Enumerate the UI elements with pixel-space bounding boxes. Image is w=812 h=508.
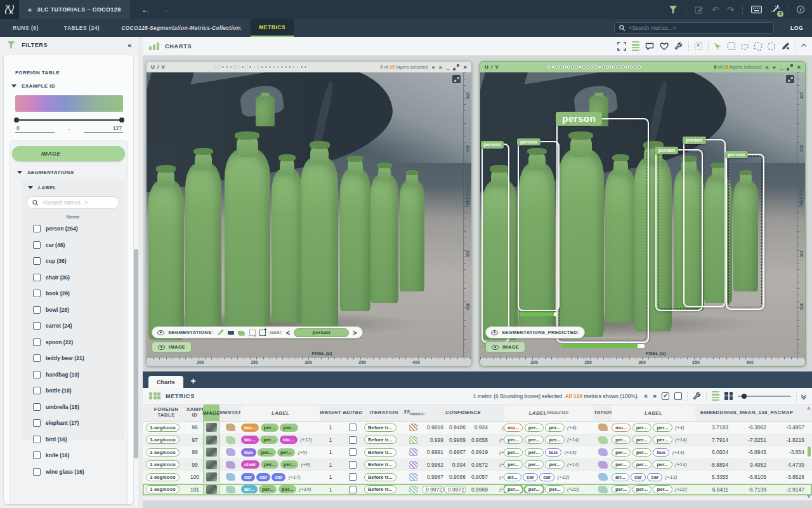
layer-dot[interactable] — [575, 65, 578, 69]
charts-scrollbar[interactable] — [140, 211, 141, 333]
label-pill[interactable]: car — [523, 473, 538, 481]
list-view-icon[interactable] — [632, 41, 639, 51]
label-filter-item[interactable]: teddy bear (21) — [33, 354, 121, 362]
wrench-icon[interactable] — [693, 392, 701, 400]
visibility-eye-icon[interactable] — [157, 330, 164, 335]
pen-add-icon[interactable] — [781, 42, 790, 51]
label-pill[interactable]: per... — [545, 436, 564, 444]
viewer-zoom-handle-icon[interactable] — [452, 75, 461, 83]
layer-dot[interactable] — [626, 65, 629, 69]
close-icon[interactable]: × — [463, 64, 467, 70]
layer-dot[interactable] — [273, 65, 276, 69]
image-thumbnail[interactable] — [206, 472, 217, 481]
col-segmentations[interactable]: MENTAT — [219, 410, 241, 416]
table-row[interactable]: 1-seg/coco101air...per...per...(+14)1Bef… — [143, 484, 812, 497]
checkbox[interactable] — [33, 468, 41, 476]
person-mask[interactable] — [256, 95, 275, 126]
person-bbox[interactable]: person — [556, 118, 649, 343]
edited-checkbox[interactable] — [349, 424, 357, 431]
label-pill[interactable]: per... — [525, 485, 544, 493]
layer-dot[interactable] — [555, 65, 558, 69]
layer-dot[interactable] — [280, 65, 284, 69]
person-mask[interactable] — [400, 180, 424, 291]
layer-dot[interactable] — [230, 65, 233, 69]
redo-icon[interactable]: ↷ — [727, 5, 734, 15]
col-foreign-table[interactable]: FOREIGN TABLE — [146, 407, 187, 418]
label-pill[interactable]: bus — [241, 448, 256, 457]
layer-dot[interactable] — [610, 65, 613, 69]
scroll-thumb[interactable] — [808, 446, 811, 457]
label-pill[interactable]: per... — [525, 448, 544, 457]
workspace-tab[interactable]: « 3LC TUTORIALS – COCO128 — [19, 0, 130, 19]
person-mask[interactable] — [340, 169, 371, 311]
checkbox[interactable] — [33, 338, 41, 346]
table-scrollbar[interactable] — [806, 404, 812, 500]
table-row[interactable]: 1-seg/coco99chairper...per...(+8)1Before… — [143, 459, 812, 472]
col-iteration[interactable]: ITERATION — [364, 410, 403, 416]
label-pill[interactable]: bic... — [280, 436, 298, 444]
edited-checkbox[interactable] — [349, 461, 357, 469]
expand-icon[interactable] — [787, 64, 793, 70]
checkbox[interactable] — [33, 306, 41, 314]
label-pill[interactable]: per... — [504, 460, 523, 469]
col-edited[interactable]: EDITED — [341, 410, 364, 416]
layer-dot[interactable] — [634, 65, 637, 69]
layer-dot[interactable] — [551, 65, 554, 69]
layer-dot[interactable] — [292, 65, 296, 69]
checkbox[interactable] — [33, 257, 41, 265]
label-pill[interactable]: car — [539, 473, 554, 481]
checkbox[interactable] — [33, 451, 41, 459]
checkbox[interactable] — [33, 225, 41, 232]
sidebar-scroll-thumb[interactable] — [134, 249, 138, 458]
layer-dot[interactable] — [214, 65, 217, 69]
person-bbox[interactable]: person — [481, 144, 510, 343]
label-pill[interactable]: per... — [612, 448, 631, 457]
checkbox[interactable] — [33, 371, 41, 378]
ellipse-select-icon[interactable] — [740, 43, 749, 50]
slider-knob-min[interactable] — [14, 117, 19, 123]
layer-dots[interactable] — [547, 65, 641, 69]
label-pill[interactable]: per... — [612, 436, 631, 444]
person-bbox[interactable]: person — [726, 154, 764, 310]
image-filter-pill[interactable]: IMAGE — [12, 146, 125, 161]
label-pill[interactable]: per... — [632, 448, 652, 457]
add-chart-tab-icon[interactable]: + — [191, 377, 196, 385]
label-pill[interactable]: per... — [525, 460, 544, 469]
image-thumbnail[interactable] — [206, 460, 217, 469]
edited-checkbox[interactable] — [349, 486, 357, 493]
close-icon[interactable]: × — [797, 64, 801, 70]
undo-icon[interactable]: ↶ — [712, 5, 719, 15]
layer-dot[interactable] — [638, 65, 641, 69]
prev-selection-icon[interactable]: « — [644, 392, 648, 399]
label-filter-item[interactable]: person (254) — [33, 225, 121, 232]
label-pill[interactable]: per... — [261, 424, 278, 432]
label-pill[interactable]: per... — [545, 485, 564, 493]
person-mask[interactable] — [225, 149, 270, 337]
label-pill[interactable]: per... — [653, 436, 672, 444]
checkbox[interactable] — [33, 387, 41, 394]
label-filter-item[interactable]: knife (16) — [33, 451, 121, 459]
label-pill[interactable]: mo... — [612, 424, 631, 432]
show-all-checkbox[interactable] — [674, 392, 682, 400]
polygon-select-icon[interactable] — [753, 41, 763, 51]
filter-tool-icon[interactable] — [669, 5, 678, 15]
label-filter-item[interactable]: carrot (24) — [33, 322, 121, 330]
label-pill[interactable]: per... — [632, 424, 652, 432]
label-pill[interactable]: per... — [504, 448, 523, 457]
visibility-eye-icon[interactable] — [491, 330, 498, 335]
layer-dot[interactable] — [594, 65, 598, 69]
layer-dot[interactable] — [622, 65, 625, 69]
checkbox[interactable] — [33, 436, 41, 443]
label-pill[interactable]: car — [272, 473, 285, 481]
table-row[interactable]: 1-seg/coco96mo...per...per...1Before tr.… — [143, 422, 812, 434]
table-row[interactable]: 1-seg/coco97bic...per...bic...(+12)1Befo… — [143, 434, 812, 447]
next-layer-icon[interactable]: » — [773, 64, 776, 70]
next-selection-icon[interactable]: » — [653, 392, 657, 399]
label-filter-item[interactable]: cup (36) — [33, 257, 121, 265]
checkbox[interactable] — [33, 403, 41, 411]
person-mask[interactable] — [301, 157, 338, 331]
label-pill[interactable]: car — [241, 473, 255, 481]
layer-dot[interactable] — [579, 65, 582, 69]
label-filter-item[interactable]: umbrella (18) — [33, 403, 121, 411]
label-pill[interactable]: air... — [504, 473, 521, 481]
